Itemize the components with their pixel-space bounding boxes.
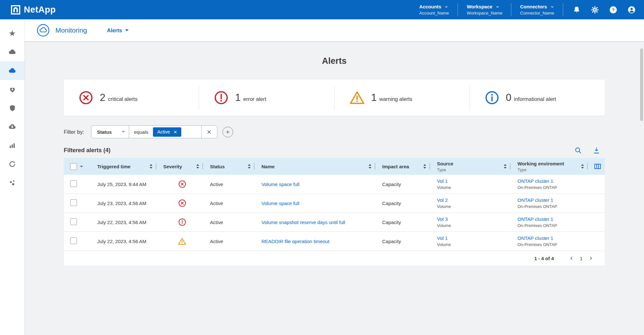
source-type: Volume (437, 204, 513, 209)
sort-icon[interactable] (581, 164, 584, 169)
alerts-summary-card: 2 critical alerts 1 error alert (64, 80, 605, 116)
row-checkbox[interactable] (70, 199, 77, 206)
column-header-triggered-time: Triggered time (93, 158, 159, 175)
source-link[interactable]: Vol 1 (437, 235, 513, 241)
critical-icon (79, 90, 93, 105)
working-environment-cell: ONTAP cluster 1 On-Premises ONTAP (513, 197, 590, 209)
alert-name-link[interactable]: Volume snapshot reserve days until full (261, 220, 345, 225)
working-environment-cell: ONTAP cluster 1 On-Premises ONTAP (513, 178, 590, 190)
sort-icon[interactable] (368, 164, 372, 169)
sidebar-item-storage[interactable] (0, 43, 24, 61)
alert-name-link[interactable]: Volume space full (261, 182, 299, 187)
environment-link[interactable]: ONTAP cluster 1 (517, 235, 590, 241)
filter-field-dropdown[interactable]: Status (91, 129, 129, 135)
alerts-section-dropdown[interactable]: Alerts (107, 27, 128, 34)
notifications-bell-icon[interactable] (573, 6, 581, 14)
download-icon[interactable] (593, 147, 600, 154)
filter-chip-label: Active (157, 129, 170, 134)
shield-icon (9, 104, 16, 112)
sync-icon (8, 160, 16, 168)
sort-icon[interactable] (247, 164, 251, 169)
monitoring-cloud-icon (37, 24, 50, 37)
workspace-name: Workspace_Name (467, 11, 502, 15)
sidebar-item-favorites[interactable]: ★ (0, 24, 24, 43)
sidebar-item-sync[interactable] (0, 155, 24, 173)
column-divider (156, 163, 156, 170)
left-sidebar: ★ (0, 19, 24, 335)
chip-remove-icon[interactable] (174, 130, 177, 134)
top-nav: Accounts Account_Name Workspace Workspac… (411, 3, 644, 16)
settings-gear-icon[interactable] (591, 6, 599, 14)
vertical-scrollbar[interactable] (640, 48, 643, 121)
filter-clear-button[interactable] (202, 130, 217, 134)
cloud-lock-icon (8, 123, 16, 131)
sort-icon[interactable] (196, 164, 200, 169)
select-all-checkbox[interactable] (70, 163, 77, 170)
select-menu-caret-icon[interactable] (80, 166, 83, 167)
connectors-menu[interactable]: Connectors Connector_Name (511, 4, 563, 15)
source-link[interactable]: Vol 1 (437, 178, 513, 184)
filter-bar: Filter by: Status equals Active (64, 125, 605, 138)
filter-control: Status equals Active (91, 125, 217, 138)
filter-operator: equals (129, 129, 153, 135)
main-content: Alerts 2 critical alerts 1 error ale (24, 41, 644, 335)
working-environment-cell: ONTAP cluster 1 On-Premises ONTAP (513, 216, 590, 228)
current-page-number[interactable]: 1 (576, 256, 586, 261)
columns-settings-icon[interactable] (594, 163, 601, 170)
sort-icon[interactable] (503, 164, 507, 169)
sidebar-item-governance[interactable] (0, 117, 24, 136)
severity-cell (159, 237, 205, 246)
impact-area-cell: Capacity (378, 182, 432, 187)
critical-count: 2 (100, 92, 105, 103)
severity-cell (159, 218, 205, 226)
search-icon[interactable] (574, 147, 582, 154)
alert-name-link[interactable]: Volume space full (261, 201, 299, 206)
bar-chart-icon (9, 142, 16, 149)
user-account-icon[interactable] (628, 6, 636, 14)
alert-row: July 25, 2023, 9:44 AM Active Volume spa… (64, 175, 605, 194)
row-checkbox[interactable] (70, 180, 77, 187)
column-header-status: Status (205, 158, 257, 175)
workspace-menu[interactable]: Workspace Workspace_Name (458, 4, 511, 15)
sidebar-item-working-environments[interactable] (0, 61, 24, 80)
sort-icon[interactable] (149, 164, 153, 169)
environment-link[interactable]: ONTAP cluster 1 (517, 216, 590, 222)
error-label: error alert (243, 96, 267, 102)
critical-icon (178, 180, 186, 188)
triggered-time-cell: July 22, 2023, 4:56 AM (93, 239, 159, 244)
triggered-time-cell: July 23, 2023, 4:56 AM (93, 201, 159, 206)
impact-area-cell: Capacity (378, 220, 432, 225)
filter-chip-active[interactable]: Active (153, 127, 181, 137)
source-link[interactable]: Vol 2 (437, 197, 513, 203)
environment-link[interactable]: ONTAP cluster 1 (517, 197, 590, 203)
column-divider (254, 163, 254, 170)
warning-icon (178, 237, 186, 246)
environment-link[interactable]: ONTAP cluster 1 (517, 178, 590, 184)
sidebar-item-extensions[interactable] (0, 173, 24, 192)
severity-cell (159, 180, 205, 188)
sort-icon[interactable] (423, 164, 427, 169)
cloud-icon (8, 48, 16, 56)
caret-down-icon (125, 29, 128, 31)
source-link[interactable]: Vol 3 (437, 216, 513, 222)
environment-type: On-Premises ONTAP (517, 185, 590, 190)
connector-name: Connector_Name (520, 11, 554, 15)
error-count: 1 (235, 92, 241, 103)
row-checkbox[interactable] (70, 237, 77, 244)
alert-row: July 22, 2023, 4:56 AM Active READDIR fi… (64, 232, 605, 251)
alert-name-link[interactable]: READDIR file operation timeout (261, 239, 329, 244)
extensions-dots-icon (9, 179, 16, 187)
next-page-icon[interactable] (586, 256, 596, 261)
row-checkbox[interactable] (70, 218, 77, 225)
source-cell: Vol 3 Volume (432, 216, 513, 228)
sidebar-item-observability[interactable] (0, 136, 24, 155)
accounts-menu[interactable]: Accounts Account_Name (411, 4, 458, 15)
sidebar-item-health[interactable] (0, 80, 24, 99)
add-filter-button[interactable] (223, 127, 233, 137)
column-divider (203, 163, 203, 170)
help-icon[interactable]: ? (609, 6, 617, 14)
sidebar-item-protection[interactable] (0, 99, 24, 117)
previous-page-icon[interactable] (567, 256, 576, 261)
severity-cell (159, 199, 205, 207)
column-header-impact-area: Impact area (378, 158, 432, 175)
